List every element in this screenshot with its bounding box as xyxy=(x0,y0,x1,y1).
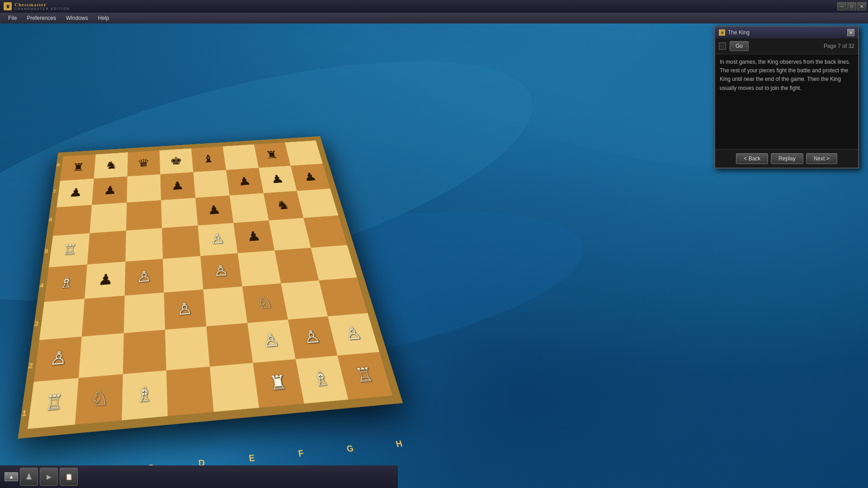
square-h6[interactable] xyxy=(297,188,339,218)
board-container: 8 7 6 5 4 3 2 1 ♜ ♞ ♛ ♚ ♝ ♜ xyxy=(14,135,439,470)
square-a2[interactable]: ♙ xyxy=(34,336,82,382)
chess-board[interactable]: ♜ ♞ ♛ ♚ ♝ ♜ ♟ ♟ ♟ ♟ ♟ ♟ xyxy=(18,136,403,438)
dialog-checkbox[interactable] xyxy=(719,42,726,50)
menu-help[interactable]: Help xyxy=(94,14,114,22)
square-a8[interactable]: ♜ xyxy=(60,155,96,181)
piece-h2: ♙ xyxy=(343,324,363,343)
square-h5[interactable] xyxy=(304,216,347,248)
menu-windows[interactable]: Windows xyxy=(61,14,93,22)
rank-1: 1 xyxy=(18,408,31,418)
board-grid: ♜ ♞ ♛ ♚ ♝ ♜ ♟ ♟ ♟ ♟ ♟ ♟ xyxy=(28,141,392,429)
logo-text: Chessmaster GRANDMASTER EDITION xyxy=(14,2,70,10)
square-d5[interactable] xyxy=(162,225,200,259)
minimize-button[interactable]: ─ xyxy=(837,2,846,10)
square-b8[interactable]: ♞ xyxy=(94,152,127,178)
piece-a7: ♟ xyxy=(68,187,83,199)
square-c2[interactable] xyxy=(123,329,166,374)
app-subtitle: GRANDMASTER EDITION xyxy=(14,7,70,10)
square-b4[interactable]: ♟ xyxy=(85,262,125,299)
square-a6[interactable] xyxy=(53,205,92,236)
square-h7[interactable]: ♟ xyxy=(291,164,330,191)
replay-button[interactable]: Replay xyxy=(771,153,803,164)
piece-c4: ♙ xyxy=(137,269,151,285)
square-f2[interactable]: ♙ xyxy=(247,319,296,363)
piece-d7: ♟ xyxy=(171,180,184,192)
piece-e4: ♙ xyxy=(213,263,229,279)
square-c7[interactable] xyxy=(127,174,161,202)
square-f4[interactable] xyxy=(237,250,281,286)
notes-button[interactable]: 📋 xyxy=(60,468,78,486)
dialog-title: The King xyxy=(728,29,844,36)
square-h4[interactable] xyxy=(311,245,357,280)
dialog-text: In most games, the King observes from th… xyxy=(720,58,854,93)
square-d8[interactable]: ♚ xyxy=(160,148,193,174)
square-d7[interactable]: ♟ xyxy=(160,172,196,200)
square-b3[interactable] xyxy=(82,296,125,336)
next-button[interactable]: Next > xyxy=(806,153,837,164)
square-f3[interactable]: ♘ xyxy=(242,283,288,323)
piece-c1: ♗ xyxy=(136,384,153,405)
square-f6[interactable] xyxy=(230,193,269,223)
back-button[interactable]: < Back xyxy=(736,153,768,164)
scroll-up-button[interactable]: ▲ xyxy=(5,472,18,481)
square-g8[interactable]: ♜ xyxy=(254,142,291,168)
square-c5[interactable] xyxy=(125,228,163,262)
square-c3[interactable] xyxy=(123,292,165,333)
square-c4[interactable]: ♙ xyxy=(124,259,164,296)
square-a7[interactable]: ♟ xyxy=(57,178,94,207)
square-e3[interactable] xyxy=(203,286,247,326)
piece-f1: ♜ xyxy=(268,373,288,394)
square-h2[interactable]: ♙ xyxy=(328,313,379,356)
square-e4[interactable]: ♙ xyxy=(200,253,242,289)
piece-b1: ♘ xyxy=(90,388,108,409)
piece-e6: ♟ xyxy=(207,204,221,216)
square-e6[interactable]: ♟ xyxy=(195,195,233,225)
square-e7[interactable] xyxy=(193,170,229,198)
square-d2[interactable] xyxy=(165,326,210,371)
square-f1[interactable]: ♜ xyxy=(253,359,304,408)
square-e8[interactable]: ♝ xyxy=(191,146,226,172)
dialog-text-area[interactable]: In most games, the King observes from th… xyxy=(715,54,858,149)
piece-a8: ♜ xyxy=(71,162,85,173)
piece-d8: ♚ xyxy=(170,155,183,166)
play-button[interactable]: ▶ xyxy=(40,468,58,486)
rank-8: 8 xyxy=(54,162,62,168)
square-b5[interactable] xyxy=(87,231,126,265)
piece-icon: ♟ xyxy=(20,468,38,486)
square-f7[interactable]: ♟ xyxy=(226,168,264,195)
go-button[interactable]: Go xyxy=(730,41,749,51)
square-e1[interactable] xyxy=(210,363,259,412)
square-b6[interactable] xyxy=(90,202,127,233)
square-d3[interactable]: ♙ xyxy=(164,289,207,329)
square-b7[interactable]: ♟ xyxy=(92,176,127,205)
piece-f5: ♟ xyxy=(245,230,261,244)
maximize-button[interactable]: □ xyxy=(847,2,856,10)
square-d1[interactable] xyxy=(166,367,213,416)
piece-f3: ♘ xyxy=(255,294,273,311)
menu-preferences[interactable]: Preferences xyxy=(22,14,61,22)
square-c8[interactable]: ♛ xyxy=(127,150,160,177)
square-d4[interactable] xyxy=(163,256,203,293)
square-a3[interactable] xyxy=(39,299,85,340)
square-a1[interactable]: ♖ xyxy=(28,378,78,429)
square-g7[interactable]: ♟ xyxy=(259,166,297,193)
square-c1[interactable]: ♗ xyxy=(122,371,168,420)
square-e5[interactable]: ♙ xyxy=(198,223,238,256)
chess-area: 8 7 6 5 4 3 2 1 ♜ ♞ ♛ ♚ ♝ ♜ xyxy=(0,23,398,479)
square-h3[interactable] xyxy=(319,277,368,316)
square-f5[interactable]: ♟ xyxy=(233,221,274,253)
file-h: H xyxy=(395,438,404,449)
square-f8[interactable] xyxy=(223,145,259,170)
dialog-close-button[interactable]: ✕ xyxy=(847,29,854,36)
square-b1[interactable]: ♘ xyxy=(75,374,123,424)
square-a4[interactable]: ♗ xyxy=(44,264,87,302)
square-d6[interactable] xyxy=(161,197,198,228)
square-h8[interactable] xyxy=(285,141,322,166)
square-c6[interactable] xyxy=(126,200,162,231)
square-e2[interactable] xyxy=(206,323,253,366)
menu-file[interactable]: File xyxy=(4,14,21,22)
square-a5[interactable]: ♖ xyxy=(49,233,90,267)
app-title: Chessmaster xyxy=(14,2,70,7)
square-b2[interactable] xyxy=(78,333,123,378)
close-button[interactable]: ✕ xyxy=(857,2,866,10)
